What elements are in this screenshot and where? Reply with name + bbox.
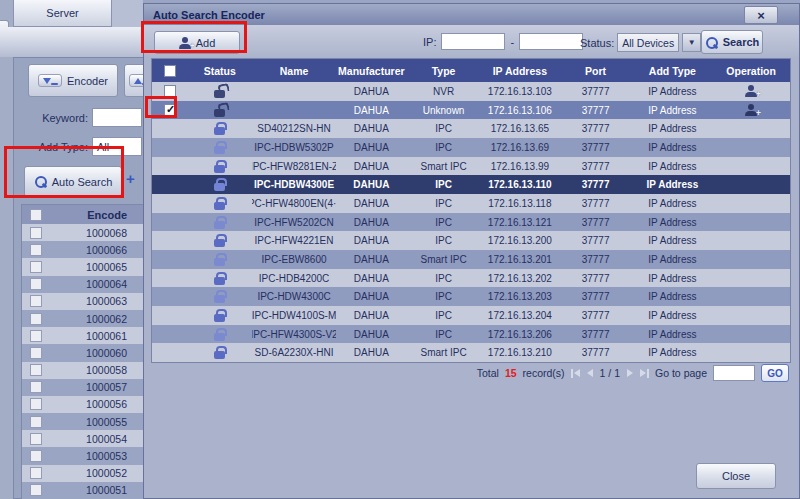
encode-row-checkbox[interactable] <box>30 381 42 393</box>
previous-page-icon[interactable] <box>587 369 593 377</box>
encode-row-checkbox[interactable] <box>30 450 42 462</box>
table-row[interactable]: SD40212SN-HN DAHUA IPC 172.16.13.65 3777… <box>152 119 790 138</box>
side-toolbar-band <box>0 27 143 57</box>
encode-row-checkbox[interactable] <box>30 313 42 325</box>
add-plus-button[interactable]: + <box>126 170 144 194</box>
tab-server[interactable]: Server <box>13 0 112 27</box>
go-button-label: GO <box>767 368 783 379</box>
encode-id: 1000056 <box>42 398 143 410</box>
encode-list-item[interactable]: 1000062 <box>22 310 143 327</box>
column-header-add-type[interactable]: Add Type <box>632 59 712 82</box>
encode-list-item[interactable]: 1000051 <box>22 482 143 499</box>
table-row[interactable]: SD-6A2230X-HNI DAHUA Smart IPC 172.16.13… <box>152 343 790 362</box>
ip-to-input[interactable] <box>519 33 583 50</box>
table-row[interactable]: IPC-HFW4800EN(4··· DAHUA IPC 172.16.13.1… <box>152 194 790 213</box>
encode-row-checkbox[interactable] <box>30 261 42 273</box>
device-type: IPC <box>406 269 481 288</box>
column-header-status[interactable]: Status <box>188 59 252 82</box>
encode-list-item[interactable]: 1000058 <box>22 362 143 379</box>
column-header-manufacturer[interactable]: Manufacturer <box>336 59 406 82</box>
encode-list-item[interactable]: 1000053 <box>22 447 143 464</box>
table-row[interactable]: IPC-EBW8600 DAHUA Smart IPC 172.16.13.20… <box>152 250 790 269</box>
encoder-device-button[interactable]: Encoder <box>28 64 118 97</box>
first-page-icon[interactable] <box>571 369 580 378</box>
encode-row-checkbox[interactable] <box>30 364 42 376</box>
status-dropdown-arrow-button[interactable]: ▼ <box>682 33 701 52</box>
encode-list-item[interactable]: 1000052 <box>22 465 143 482</box>
table-row[interactable]: DAHUA Unknown 172.16.13.106 37777 IP Add… <box>152 101 790 120</box>
add-device-icon[interactable]: + <box>745 85 757 97</box>
goto-page-label: Go to page <box>655 367 707 379</box>
next-page-icon[interactable] <box>627 369 633 377</box>
last-page-icon[interactable] <box>640 369 649 378</box>
encode-list-item[interactable]: 1000065 <box>22 258 143 275</box>
encode-list-item[interactable]: 1000054 <box>22 430 143 447</box>
search-button[interactable]: Search <box>701 30 763 54</box>
encode-row-checkbox[interactable] <box>30 227 42 239</box>
table-row[interactable]: IPC-HDBW5302P DAHUA IPC 172.16.13.69 377… <box>152 138 790 157</box>
row-checkbox[interactable] <box>164 85 176 97</box>
add-type-value: All <box>97 141 109 153</box>
encode-list-item[interactable]: 1000066 <box>22 241 143 258</box>
table-row[interactable]: IPC-HDW4100S-M DAHUA IPC 172.16.13.204 3… <box>152 306 790 325</box>
encode-row-checkbox[interactable] <box>30 484 42 496</box>
encode-row-checkbox[interactable] <box>30 416 42 428</box>
encode-row-checkbox[interactable] <box>30 467 42 479</box>
lock-status-icon <box>214 277 225 285</box>
add-type-select[interactable]: All <box>92 137 142 156</box>
encode-list-item[interactable]: 1000060 <box>22 344 143 361</box>
encode-list-item[interactable]: 1000061 <box>22 327 143 344</box>
row-checkbox[interactable] <box>164 104 176 116</box>
auto-search-button[interactable]: Auto Search <box>24 166 122 197</box>
device-add-type: IP Address <box>632 194 712 213</box>
table-row[interactable]: DAHUA NVR 172.16.13.103 37777 IP Address… <box>152 82 790 101</box>
encode-row-checkbox[interactable] <box>30 278 42 290</box>
ip-range-group: IP: - <box>423 33 583 50</box>
dialog-close-x-button[interactable]: × <box>744 6 778 24</box>
encode-row-checkbox[interactable] <box>30 295 42 307</box>
ip-from-input[interactable] <box>441 33 505 50</box>
column-header-type[interactable]: Type <box>406 59 481 82</box>
encode-list-item[interactable]: 1000055 <box>22 413 143 430</box>
table-row[interactable]: IPC-HDW4300C DAHUA IPC 172.16.13.203 377… <box>152 287 790 306</box>
device-ip: 172.16.13.121 <box>481 213 559 232</box>
encode-row-checkbox[interactable] <box>30 330 42 342</box>
device-port: 37777 <box>559 269 633 288</box>
select-all-checkbox[interactable] <box>164 65 176 77</box>
encode-row-checkbox[interactable] <box>30 244 42 256</box>
keyword-input[interactable] <box>92 108 142 127</box>
column-header-name[interactable]: Name <box>252 59 337 82</box>
go-button[interactable]: GO <box>761 364 789 382</box>
add-button[interactable]: + Add <box>154 31 240 54</box>
encode-list-item[interactable]: 1000064 <box>22 276 143 293</box>
add-device-icon[interactable]: + <box>745 104 757 116</box>
table-row[interactable]: IPC-HFW4300S-V2 DAHUA IPC 172.16.13.206 … <box>152 325 790 344</box>
table-row[interactable]: IPC-HFW5202CN DAHUA IPC 172.16.13.121 37… <box>152 213 790 232</box>
status-dropdown[interactable]: All Devices <box>617 33 679 52</box>
encode-list-item[interactable]: 1000056 <box>22 396 143 413</box>
encode-select-all-checkbox[interactable] <box>30 209 42 221</box>
goto-page-input[interactable] <box>713 365 755 381</box>
dialog-titlebar[interactable]: Auto Search Encoder <box>144 4 799 25</box>
column-header-port[interactable]: Port <box>559 59 633 82</box>
add-button-label: Add <box>196 37 216 49</box>
encode-list-item[interactable]: 1000068 <box>22 224 143 241</box>
table-row[interactable]: IPC-HFW4221EN DAHUA IPC 172.16.13.200 37… <box>152 231 790 250</box>
device-type: IPC <box>406 138 481 157</box>
device-manufacturer: DAHUA <box>336 157 406 176</box>
close-button[interactable]: Close <box>696 463 776 489</box>
table-row[interactable]: IPC-HDB4200C DAHUA IPC 172.16.13.202 377… <box>152 269 790 288</box>
column-header-operation[interactable]: Operation <box>712 59 790 82</box>
encode-row-checkbox[interactable] <box>30 398 42 410</box>
encode-row-checkbox[interactable] <box>30 347 42 359</box>
encode-list-item[interactable]: 1000057 <box>22 379 143 396</box>
table-row[interactable]: IPC-HFW8281EN-Z DAHUA Smart IPC 172.16.1… <box>152 157 790 176</box>
encode-column-header[interactable]: Encode <box>42 209 143 221</box>
column-header-ip-address[interactable]: IP Address <box>481 59 559 82</box>
device-name: SD40212SN-HN <box>252 119 337 138</box>
device-manufacturer: DAHUA <box>336 82 406 101</box>
table-row[interactable]: IPC-HDBW4300E DAHUA IPC 172.16.13.110 37… <box>152 175 790 194</box>
encode-list-item[interactable]: 1000063 <box>22 293 143 310</box>
encode-row-checkbox[interactable] <box>30 433 42 445</box>
device-name: IPC-EBW8600 <box>252 250 337 269</box>
